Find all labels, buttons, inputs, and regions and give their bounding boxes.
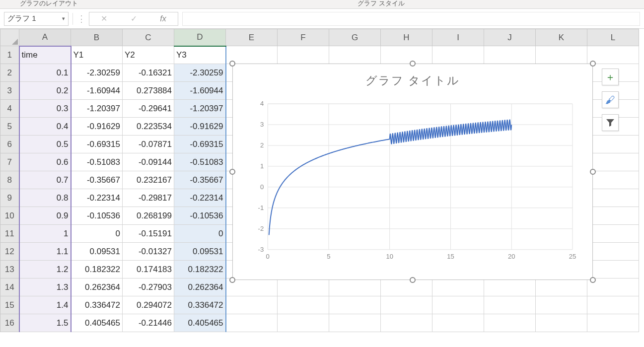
accept-icon[interactable]: ✓: [131, 14, 137, 23]
cell-C16[interactable]: -0.21446: [123, 314, 174, 332]
cell-C1[interactable]: Y2: [123, 46, 174, 64]
cell-C3[interactable]: 0.273884: [123, 82, 174, 100]
chart-title[interactable]: グラフ タイトル: [233, 64, 592, 88]
cell-G1[interactable]: [329, 46, 381, 64]
row-header[interactable]: 16: [0, 314, 19, 332]
cell-G16[interactable]: [329, 314, 381, 332]
cell-B7[interactable]: -0.51083: [71, 153, 123, 171]
cell-F16[interactable]: [278, 314, 329, 332]
cell-D10[interactable]: -0.10536: [174, 207, 226, 225]
cell-A2[interactable]: 0.1: [19, 64, 71, 82]
column-header-G[interactable]: G: [329, 29, 381, 46]
column-header-E[interactable]: E: [226, 29, 278, 46]
fx-icon[interactable]: fx: [160, 14, 166, 23]
row-header[interactable]: 10: [0, 207, 19, 225]
cell-A11[interactable]: 1: [19, 225, 71, 243]
cell-C8[interactable]: 0.232167: [123, 171, 174, 189]
resize-handle[interactable]: [410, 61, 416, 67]
column-header-F[interactable]: F: [278, 29, 329, 46]
formula-input[interactable]: [182, 12, 640, 26]
cell-A15[interactable]: 1.4: [19, 296, 71, 314]
column-header-C[interactable]: C: [123, 29, 174, 46]
cell-A6[interactable]: 0.5: [19, 136, 71, 153]
cell-A14[interactable]: 1.3: [19, 278, 71, 296]
name-box[interactable]: グラフ 1 ▾: [4, 12, 69, 26]
cell-C11[interactable]: -0.15191: [123, 225, 174, 243]
resize-handle[interactable]: [229, 61, 235, 67]
cell-C7[interactable]: -0.09144: [123, 153, 174, 171]
cell-L11[interactable]: [587, 225, 639, 243]
cell-C15[interactable]: 0.294072: [123, 296, 174, 314]
cell-A9[interactable]: 0.8: [19, 189, 71, 207]
column-header-L[interactable]: L: [587, 29, 639, 46]
cell-H1[interactable]: [381, 46, 432, 64]
cell-B3[interactable]: -1.60944: [71, 82, 123, 100]
cell-H15[interactable]: [381, 296, 432, 314]
cell-J16[interactable]: [484, 314, 536, 332]
cell-H14[interactable]: [381, 278, 432, 296]
cell-J1[interactable]: [484, 46, 536, 64]
cell-C4[interactable]: -0.29641: [123, 100, 174, 118]
cell-H16[interactable]: [381, 314, 432, 332]
cell-C9[interactable]: -0.29817: [123, 189, 174, 207]
cell-A5[interactable]: 0.4: [19, 118, 71, 136]
chart-filter-button[interactable]: [602, 114, 619, 131]
cell-B16[interactable]: 0.405465: [71, 314, 123, 332]
cell-B12[interactable]: 0.09531: [71, 243, 123, 261]
cell-K15[interactable]: [536, 296, 587, 314]
drag-handle-icon[interactable]: ⋮: [77, 13, 85, 24]
column-header-K[interactable]: K: [536, 29, 587, 46]
cell-B9[interactable]: -0.22314: [71, 189, 123, 207]
cell-D6[interactable]: -0.69315: [174, 136, 226, 153]
cell-D9[interactable]: -0.22314: [174, 189, 226, 207]
cell-D3[interactable]: -1.60944: [174, 82, 226, 100]
cell-B14[interactable]: 0.262364: [71, 278, 123, 296]
resize-handle[interactable]: [229, 277, 235, 283]
cell-B6[interactable]: -0.69315: [71, 136, 123, 153]
row-header[interactable]: 14: [0, 278, 19, 296]
resize-handle[interactable]: [229, 169, 235, 175]
cell-D14[interactable]: 0.262364: [174, 278, 226, 296]
cell-C10[interactable]: 0.268199: [123, 207, 174, 225]
cell-A13[interactable]: 1.2: [19, 261, 71, 278]
embedded-chart[interactable]: グラフ タイトル -3-2-1012340510152025: [232, 64, 593, 280]
cell-C6[interactable]: -0.07871: [123, 136, 174, 153]
row-header[interactable]: 6: [0, 136, 19, 153]
cancel-icon[interactable]: ✕: [101, 14, 107, 23]
cell-I16[interactable]: [432, 314, 484, 332]
cell-C5[interactable]: 0.223534: [123, 118, 174, 136]
column-header-B[interactable]: B: [71, 29, 123, 46]
cell-K16[interactable]: [536, 314, 587, 332]
cell-A3[interactable]: 0.2: [19, 82, 71, 100]
resize-handle[interactable]: [410, 277, 416, 283]
column-header-A[interactable]: A: [19, 29, 71, 46]
cell-D15[interactable]: 0.336472: [174, 296, 226, 314]
column-header-D[interactable]: D: [174, 29, 226, 46]
cell-D5[interactable]: -0.91629: [174, 118, 226, 136]
cell-L7[interactable]: [587, 153, 639, 171]
row-header[interactable]: 13: [0, 261, 19, 278]
cell-D13[interactable]: 0.182322: [174, 261, 226, 278]
cell-B8[interactable]: -0.35667: [71, 171, 123, 189]
chart-styles-button[interactable]: 🖌: [602, 91, 619, 108]
cell-B5[interactable]: -0.91629: [71, 118, 123, 136]
cell-B15[interactable]: 0.336472: [71, 296, 123, 314]
cell-L6[interactable]: [587, 136, 639, 153]
cell-L12[interactable]: [587, 243, 639, 261]
cell-A12[interactable]: 1.1: [19, 243, 71, 261]
cell-A8[interactable]: 0.7: [19, 171, 71, 189]
cell-L16[interactable]: [587, 314, 639, 332]
cell-F1[interactable]: [278, 46, 329, 64]
cell-D4[interactable]: -1.20397: [174, 100, 226, 118]
cell-F14[interactable]: [278, 278, 329, 296]
cell-B4[interactable]: -1.20397: [71, 100, 123, 118]
cell-C14[interactable]: -0.27903: [123, 278, 174, 296]
row-header[interactable]: 5: [0, 118, 19, 136]
cell-L13[interactable]: [587, 261, 639, 278]
cell-A1[interactable]: time: [19, 46, 71, 64]
resize-handle[interactable]: [590, 61, 596, 67]
row-header[interactable]: 12: [0, 243, 19, 261]
cell-D8[interactable]: -0.35667: [174, 171, 226, 189]
cell-B2[interactable]: -2.30259: [71, 64, 123, 82]
column-header-I[interactable]: I: [432, 29, 484, 46]
